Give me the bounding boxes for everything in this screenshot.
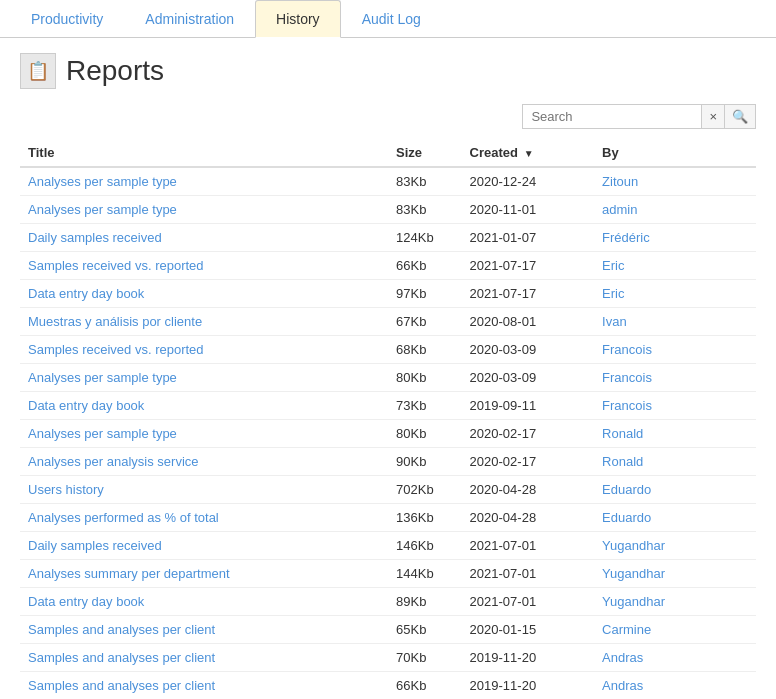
row-title[interactable]: Samples and analyses per client [20, 644, 388, 672]
row-size: 83Kb [388, 167, 462, 196]
row-by[interactable]: Andras [594, 672, 756, 700]
row-title[interactable]: Users history [20, 476, 388, 504]
row-created: 2021-07-01 [462, 588, 594, 616]
row-title[interactable]: Analyses per sample type [20, 196, 388, 224]
col-header-created[interactable]: Created ▼ [462, 139, 594, 167]
tab-history[interactable]: History [255, 0, 341, 38]
row-by[interactable]: Eduardo [594, 476, 756, 504]
table-row: Samples and analyses per client66Kb2019-… [20, 672, 756, 700]
row-title[interactable]: Data entry day book [20, 392, 388, 420]
row-by[interactable]: Francois [594, 364, 756, 392]
row-by[interactable]: Francois [594, 392, 756, 420]
sort-arrow-icon: ▼ [524, 148, 534, 159]
row-created: 2021-01-07 [462, 224, 594, 252]
row-created: 2021-07-17 [462, 280, 594, 308]
row-title[interactable]: Samples and analyses per client [20, 672, 388, 700]
row-by[interactable]: Yugandhar [594, 532, 756, 560]
row-title[interactable]: Analyses performed as % of total [20, 504, 388, 532]
row-title[interactable]: Analyses per sample type [20, 364, 388, 392]
row-title[interactable]: Analyses per sample type [20, 420, 388, 448]
row-created: 2020-02-17 [462, 420, 594, 448]
col-header-size[interactable]: Size [388, 139, 462, 167]
row-created: 2020-03-09 [462, 336, 594, 364]
row-by[interactable]: Francois [594, 336, 756, 364]
row-title[interactable]: Data entry day book [20, 280, 388, 308]
row-size: 67Kb [388, 308, 462, 336]
search-clear-button[interactable]: × [702, 104, 725, 129]
row-by[interactable]: Eduardo [594, 504, 756, 532]
row-title[interactable]: Daily samples received [20, 224, 388, 252]
row-by[interactable]: Ronald [594, 448, 756, 476]
row-by[interactable]: Frédéric [594, 224, 756, 252]
table-row: Data entry day book97Kb2021-07-17Eric [20, 280, 756, 308]
row-title[interactable]: Samples received vs. reported [20, 252, 388, 280]
search-bar: × 🔍 [20, 104, 756, 129]
table-row: Samples and analyses per client65Kb2020-… [20, 616, 756, 644]
row-size: 70Kb [388, 644, 462, 672]
table-row: Analyses performed as % of total136Kb202… [20, 504, 756, 532]
col-header-by[interactable]: By [594, 139, 756, 167]
table-row: Data entry day book73Kb2019-09-11Francoi… [20, 392, 756, 420]
row-created: 2020-04-28 [462, 476, 594, 504]
row-created: 2020-08-01 [462, 308, 594, 336]
row-size: 68Kb [388, 336, 462, 364]
row-title[interactable]: Daily samples received [20, 532, 388, 560]
row-created: 2021-07-01 [462, 532, 594, 560]
row-size: 702Kb [388, 476, 462, 504]
table-row: Samples received vs. reported68Kb2020-03… [20, 336, 756, 364]
tab-productivity[interactable]: Productivity [10, 0, 124, 38]
row-title[interactable]: Muestras y análisis por cliente [20, 308, 388, 336]
row-size: 83Kb [388, 196, 462, 224]
table-row: Analyses per sample type83Kb2020-11-01ad… [20, 196, 756, 224]
row-by[interactable]: Andras [594, 644, 756, 672]
search-go-button[interactable]: 🔍 [725, 104, 756, 129]
row-by[interactable]: admin [594, 196, 756, 224]
tab-bar: ProductivityAdministrationHistoryAudit L… [0, 0, 776, 38]
row-created: 2020-04-28 [462, 504, 594, 532]
row-by[interactable]: Yugandhar [594, 560, 756, 588]
row-size: 66Kb [388, 252, 462, 280]
row-created: 2020-11-01 [462, 196, 594, 224]
row-by[interactable]: Ronald [594, 420, 756, 448]
search-input[interactable] [522, 104, 702, 129]
row-created: 2021-07-17 [462, 252, 594, 280]
row-created: 2019-09-11 [462, 392, 594, 420]
page-icon: 📋 [20, 53, 56, 89]
row-created: 2020-02-17 [462, 448, 594, 476]
row-by[interactable]: Eric [594, 280, 756, 308]
row-title[interactable]: Data entry day book [20, 588, 388, 616]
row-size: 80Kb [388, 364, 462, 392]
row-title[interactable]: Samples received vs. reported [20, 336, 388, 364]
table-row: Daily samples received146Kb2021-07-01Yug… [20, 532, 756, 560]
row-by[interactable]: Yugandhar [594, 588, 756, 616]
table-row: Samples and analyses per client70Kb2019-… [20, 644, 756, 672]
row-by[interactable]: Eric [594, 252, 756, 280]
row-size: 80Kb [388, 420, 462, 448]
table-row: Analyses per sample type80Kb2020-02-17Ro… [20, 420, 756, 448]
row-created: 2020-01-15 [462, 616, 594, 644]
reports-table: Title Size Created ▼ By Analyses per sam… [20, 139, 756, 699]
row-by[interactable]: Ivan [594, 308, 756, 336]
row-by[interactable]: Carmine [594, 616, 756, 644]
row-title[interactable]: Samples and analyses per client [20, 616, 388, 644]
row-size: 124Kb [388, 224, 462, 252]
table-row: Analyses per analysis service90Kb2020-02… [20, 448, 756, 476]
tab-audit-log[interactable]: Audit Log [341, 0, 442, 38]
row-size: 65Kb [388, 616, 462, 644]
row-size: 66Kb [388, 672, 462, 700]
col-header-title[interactable]: Title [20, 139, 388, 167]
row-created: 2019-11-20 [462, 644, 594, 672]
table-row: Samples received vs. reported66Kb2021-07… [20, 252, 756, 280]
tab-administration[interactable]: Administration [124, 0, 255, 38]
row-size: 146Kb [388, 532, 462, 560]
page-content: 📋 Reports × 🔍 Title Size Created ▼ By An… [0, 38, 776, 699]
row-by[interactable]: Zitoun [594, 167, 756, 196]
row-size: 73Kb [388, 392, 462, 420]
row-created: 2020-12-24 [462, 167, 594, 196]
row-created: 2021-07-01 [462, 560, 594, 588]
row-title[interactable]: Analyses per analysis service [20, 448, 388, 476]
row-size: 144Kb [388, 560, 462, 588]
row-title[interactable]: Analyses per sample type [20, 167, 388, 196]
page-title: Reports [66, 55, 164, 87]
row-title[interactable]: Analyses summary per department [20, 560, 388, 588]
